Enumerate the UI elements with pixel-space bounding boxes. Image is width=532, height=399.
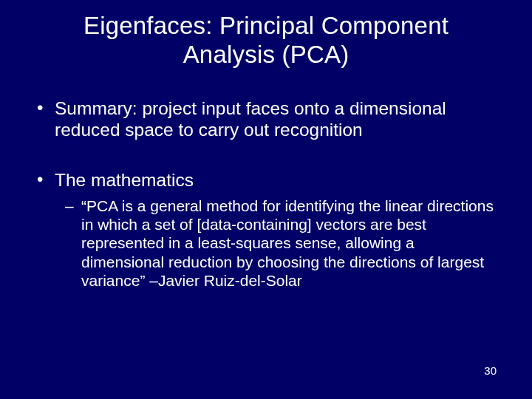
sub-bullet-list: “PCA is a general method for identifying… — [55, 197, 498, 290]
bullet-item: Summary: project input faces onto a dime… — [34, 98, 498, 141]
bullet-text: Summary: project input faces onto a dime… — [55, 98, 446, 140]
page-number: 30 — [484, 364, 497, 377]
title-line-1: Eigenfaces: Principal Component — [83, 12, 449, 39]
bullet-text: The mathematics — [55, 170, 194, 190]
slide: Eigenfaces: Principal Component Analysis… — [0, 0, 532, 399]
bullet-list: Summary: project input faces onto a dime… — [34, 98, 498, 290]
slide-title: Eigenfaces: Principal Component Analysis… — [0, 0, 532, 69]
title-line-2: Analysis (PCA) — [183, 41, 349, 68]
bullet-item: The mathematics “PCA is a general method… — [34, 169, 498, 290]
sub-bullet-text: “PCA is a general method for identifying… — [81, 197, 494, 289]
sub-bullet-item: “PCA is a general method for identifying… — [65, 197, 498, 290]
slide-body: Summary: project input faces onto a dime… — [0, 69, 532, 290]
